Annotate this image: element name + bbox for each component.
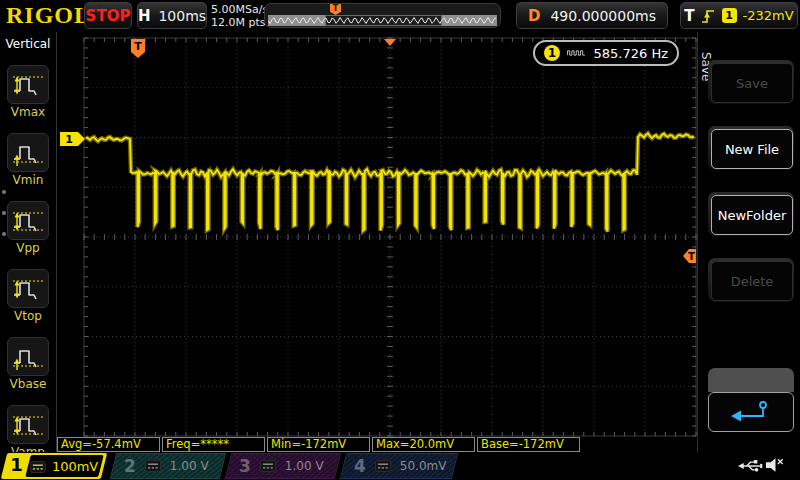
channel-4-badge[interactable]: 4 50.0mV — [340, 453, 458, 479]
acquisition-info: 5.00MSa/s 12.0M pts — [211, 3, 268, 29]
channel-scale: 100mV — [52, 459, 98, 474]
menu-item-label: Vmax — [11, 105, 45, 119]
measurement-bar: Avg=-57.4mV Freq=***** Min=-172mV Max=20… — [57, 437, 582, 452]
delay-box[interactable]: D 490.000000ms — [516, 2, 668, 29]
channel-number: 4 — [354, 456, 366, 476]
back-button-top — [708, 368, 794, 392]
vmax-icon — [7, 65, 49, 104]
dc-coupling-icon — [260, 460, 276, 472]
horizontal-timebase-box[interactable]: H 100ms — [137, 2, 207, 29]
measurement-avg: Avg=-57.4mV — [57, 437, 160, 452]
channel-scale: 50.0mV — [400, 459, 447, 473]
channel-status-bar: 1 100mV 2 1.00 V 3 — [0, 452, 800, 480]
pulse-train-icon — [567, 46, 587, 60]
waveform-display: 1TT 1 585.726 Hz Avg=-57.4mV Freq=***** … — [57, 32, 697, 452]
menu-item-vtop[interactable]: Vtop — [0, 269, 56, 323]
channel-scale: 1.00 V — [285, 459, 324, 473]
thumb-trigger-flag: T — [330, 4, 341, 15]
save-button[interactable]: Save — [708, 60, 794, 104]
trigger-level-value: -232mV — [743, 8, 794, 23]
svg-text:1: 1 — [65, 133, 73, 146]
rising-edge-icon — [701, 7, 716, 25]
frequency-counter: 1 585.726 Hz — [533, 40, 679, 66]
counter-value: 585.726 Hz — [594, 46, 669, 61]
top-bar: RIGOL STOP H 100ms 5.00MSa/s 12.0M pts T… — [0, 0, 800, 32]
svg-text:T: T — [134, 40, 142, 53]
memory-waveform-icon — [268, 15, 497, 26]
new-file-button[interactable]: New File — [708, 126, 794, 170]
vtop-icon — [7, 269, 49, 308]
sample-rate: 5.00MSa/s — [211, 3, 268, 16]
menu-item-label: Vbase — [10, 377, 47, 391]
d-label: D — [528, 7, 540, 25]
menu-item-vamp[interactable]: Vamp — [0, 405, 56, 459]
save-softkey-menu: Save Save New File NewFolder Delete — [697, 32, 800, 452]
memory-depth: 12.0M pts — [211, 16, 268, 29]
run-state-indicator[interactable]: STOP — [84, 2, 132, 29]
memory-position-bar[interactable]: T — [264, 3, 501, 28]
channel-number: 1 — [10, 454, 23, 475]
return-arrow-icon — [729, 399, 773, 425]
channel-scale: 1.00 V — [170, 459, 209, 473]
menu-item-label: Vmin — [13, 173, 44, 187]
vamp-icon — [7, 405, 49, 444]
dc-coupling-icon — [30, 460, 46, 472]
channel-3-badge[interactable]: 3 1.00 V — [225, 453, 341, 479]
measurement-max: Max=20.0mV — [372, 437, 475, 452]
h-label: H — [138, 7, 151, 25]
menu-item-vpp[interactable]: Vpp — [0, 201, 56, 255]
menu-item-vmin[interactable]: Vmin — [0, 133, 56, 187]
new-folder-button[interactable]: NewFolder — [708, 192, 794, 236]
measurement-freq: Freq=***** — [162, 437, 265, 452]
counter-channel-badge: 1 — [544, 45, 560, 61]
menu-scroll-dots — [2, 190, 6, 253]
timebase-value: 100ms — [158, 8, 206, 24]
graticule-and-trace: 1TT — [57, 32, 697, 452]
delay-value: 490.000000ms — [550, 8, 656, 24]
menu-item-label: Vpp — [16, 241, 39, 255]
channel-number: 3 — [239, 456, 251, 476]
channel-2-badge[interactable]: 2 1.00 V — [110, 453, 226, 479]
vmin-icon — [7, 133, 49, 172]
menu-title: Vertical — [0, 37, 56, 51]
measurement-base: Base=-172mV — [477, 437, 580, 452]
t-label: T — [684, 7, 694, 25]
vbase-icon — [7, 337, 49, 376]
delay-center-marker — [384, 39, 396, 46]
usb-icon — [737, 457, 764, 475]
speaker-muted-icon[interactable] — [764, 455, 787, 475]
menu-item-vmax[interactable]: Vmax — [0, 65, 56, 119]
dc-coupling-icon — [145, 460, 161, 472]
back-button[interactable] — [708, 368, 794, 434]
menu-item-vbase[interactable]: Vbase — [0, 337, 56, 391]
rigol-logo: RIGOL — [6, 2, 91, 29]
channel-number: 2 — [124, 456, 136, 476]
menu-item-label: Vtop — [14, 309, 42, 323]
trigger-source-badge: 1 — [722, 8, 737, 23]
dc-coupling-icon — [375, 460, 391, 472]
vertical-measure-menu: Vertical Vmax Vmin Vpp Vtop Vbase Vamp — [0, 32, 57, 452]
channel-1-badge[interactable]: 1 100mV — [1, 453, 107, 479]
svg-text:T: T — [688, 251, 695, 262]
delete-button[interactable]: Delete — [708, 258, 794, 302]
measurement-min: Min=-172mV — [267, 437, 370, 452]
run-state-label: STOP — [86, 7, 131, 25]
trigger-box[interactable]: T 1 -232mV — [680, 2, 798, 29]
vpp-icon — [7, 201, 49, 240]
